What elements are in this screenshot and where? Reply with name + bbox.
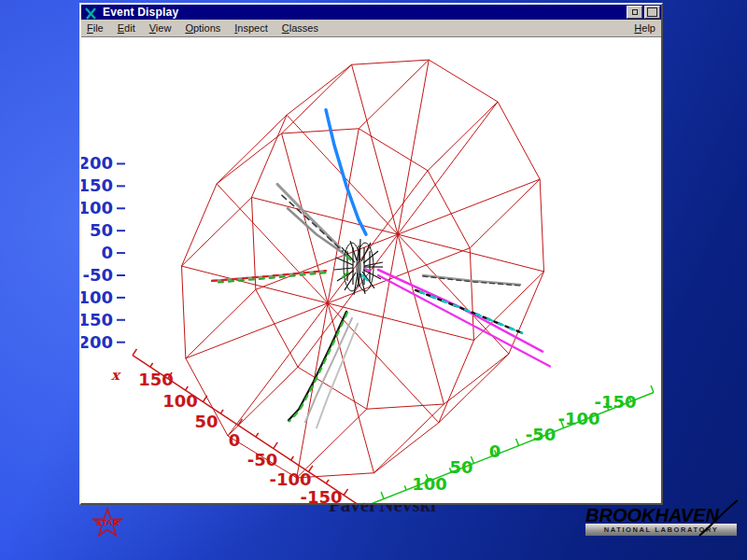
svg-text:-50: -50 <box>526 425 557 444</box>
svg-text:150: 150 <box>81 175 113 195</box>
svg-text:-50: -50 <box>82 265 113 285</box>
menu-inspect[interactable]: Inspect <box>234 22 267 34</box>
svg-text:100: 100 <box>81 198 113 217</box>
svg-text:0: 0 <box>229 430 241 450</box>
event-canvas[interactable]: 200150100500-50100150200150100500-50-100… <box>81 37 661 503</box>
brookhaven-logo: BROOKHAVEN NATIONAL LABORATORY <box>585 506 737 536</box>
svg-text:-50: -50 <box>247 450 278 469</box>
menu-view[interactable]: View <box>149 22 172 34</box>
svg-text:100: 100 <box>412 474 447 494</box>
desktop-background: Pavel Nevski STAR BROOKHAVEN NATIONAL LA… <box>0 0 747 560</box>
titlebar[interactable]: Event Display <box>81 5 661 20</box>
svg-text:150: 150 <box>81 310 113 329</box>
minimize-icon <box>632 9 638 15</box>
svg-text:0: 0 <box>489 441 501 461</box>
svg-text:-150: -150 <box>300 487 342 503</box>
svg-text:50: 50 <box>194 412 218 431</box>
menu-file[interactable]: File <box>87 22 104 34</box>
event-scene-svg: 200150100500-50100150200150100500-50-100… <box>81 37 661 503</box>
svg-text:100: 100 <box>162 391 198 411</box>
star-logo: STAR <box>86 504 129 545</box>
window-title: Event Display <box>103 6 178 19</box>
svg-text:200: 200 <box>81 332 113 352</box>
svg-text:-100: -100 <box>557 409 599 428</box>
x11-logo-icon <box>84 7 98 19</box>
svg-text:-100: -100 <box>269 469 311 489</box>
menu-edit[interactable]: Edit <box>118 22 135 34</box>
maximize-button[interactable] <box>644 6 660 19</box>
svg-text:0: 0 <box>101 243 113 262</box>
menu-help[interactable]: Help <box>634 22 655 34</box>
svg-text:50: 50 <box>90 220 113 240</box>
menu-classes[interactable]: Classes <box>282 22 318 34</box>
minimize-button[interactable] <box>627 6 642 19</box>
svg-text:50: 50 <box>449 457 472 477</box>
event-display-window: Event Display File Edit View Options Ins… <box>79 3 663 505</box>
bnl-swoosh-icon <box>686 498 742 538</box>
svg-text:100: 100 <box>81 287 113 307</box>
maximize-icon <box>647 7 657 17</box>
svg-text:-150: -150 <box>594 392 636 412</box>
menu-options[interactable]: Options <box>185 22 220 34</box>
svg-text:150: 150 <box>138 370 174 389</box>
star-logo-text: STAR <box>95 517 119 527</box>
svg-text:200: 200 <box>81 153 113 173</box>
svg-text:x: x <box>111 367 121 384</box>
menubar: File Edit View Options Inspect Classes H… <box>81 20 661 37</box>
